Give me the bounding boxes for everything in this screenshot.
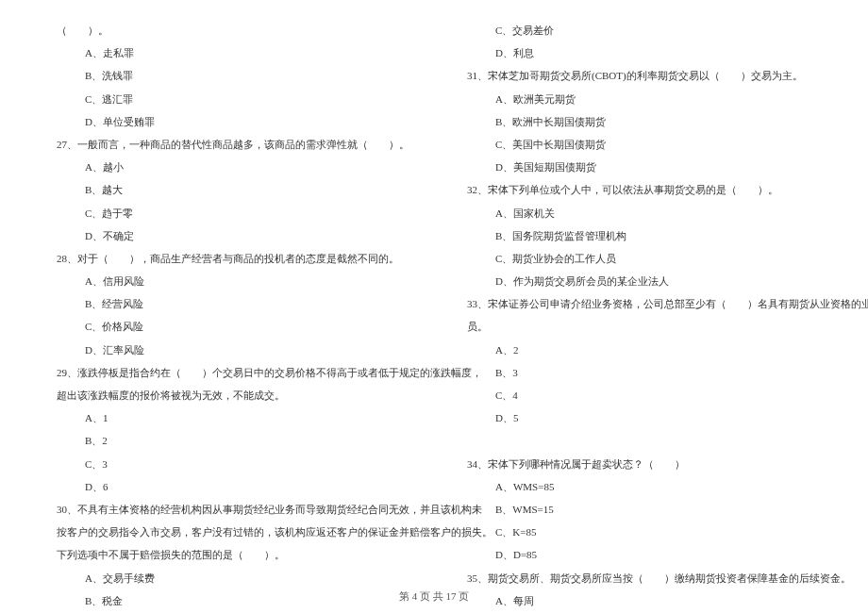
q33-a: A、2	[448, 339, 830, 361]
q28-b: B、经营风险	[38, 292, 420, 315]
q33-text1: 33、宋体证券公司申请介绍业务资格，公司总部至少有（ ）名具有期货从业资格的业务…	[448, 292, 830, 315]
q27-c: C、趋于零	[38, 202, 420, 224]
q26-d: D、单位受贿罪	[38, 110, 420, 133]
q30-text1: 30、不具有主体资格的经营机构因从事期货经纪业务而导致期货经纪合同无效，并且该机…	[38, 498, 420, 521]
q28-text: 28、对于（ ），商品生产经营者与商品的投机者的态度是截然不同的。	[38, 247, 420, 270]
q-fragment: （ ）。	[38, 19, 420, 41]
q30-d: D、利息	[448, 41, 830, 64]
q33-b: B、3	[448, 361, 830, 384]
q34-d: D、D=85	[448, 543, 830, 566]
q28-d: D、汇率风险	[38, 339, 420, 361]
q30-text3: 下列选项中不属于赔偿损失的范围的是（ ）。	[38, 543, 420, 566]
q34-text: 34、宋体下列哪种情况属于超卖状态？（ ）	[448, 453, 830, 475]
q27-d: D、不确定	[38, 224, 420, 247]
q31-text: 31、宋体芝加哥期货交易所(CBOT)的利率期货交易以（ ）交易为主。	[448, 64, 830, 87]
q30-c: C、交易差价	[448, 19, 830, 41]
q29-c: C、3	[38, 453, 420, 475]
q32-b: B、国务院期货监督管理机构	[448, 224, 830, 247]
q33-d: D、5	[448, 406, 830, 429]
q29-text2: 超出该涨跌幅度的报价将被视为无效，不能成交。	[38, 384, 420, 406]
q31-c: C、美国中长期国债期货	[448, 133, 830, 156]
q28-a: A、信用风险	[38, 270, 420, 292]
q31-d: D、美国短期国债期货	[448, 156, 830, 178]
q30-text2: 按客户的交易指令入市交易，客户没有过错的，该机构应返还客户的保证金并赔偿客户的损…	[38, 521, 420, 543]
q29-d: D、6	[38, 475, 420, 498]
q27-text: 27、一般而言，一种商品的替代性商品越多，该商品的需求弹性就（ ）。	[38, 133, 420, 156]
q26-b: B、洗钱罪	[38, 64, 420, 87]
q31-b: B、欧洲中长期国债期货	[448, 110, 830, 133]
q28-c: C、价格风险	[38, 315, 420, 338]
q33-c: C、4	[448, 384, 830, 406]
page-content: （ ）。 A、走私罪 B、洗钱罪 C、逃汇罪 D、单位受贿罪 27、一般而言，一…	[0, 0, 868, 612]
q34-a: A、WMS=85	[448, 475, 830, 498]
q34-b: B、WMS=15	[448, 498, 830, 521]
left-column: （ ）。 A、走私罪 B、洗钱罪 C、逃汇罪 D、单位受贿罪 27、一般而言，一…	[38, 19, 420, 612]
q30-a: A、交易手续费	[38, 567, 420, 589]
q29-text1: 29、涨跌停板是指合约在（ ）个交易日中的交易价格不得高于或者低于规定的涨跌幅度…	[38, 361, 420, 384]
q26-c: C、逃汇罪	[38, 88, 420, 110]
q32-a: A、国家机关	[448, 202, 830, 224]
q29-b: B、2	[38, 429, 420, 452]
q32-text: 32、宋体下列单位或个人中，可以依法从事期货交易的是（ ）。	[448, 178, 830, 201]
q27-a: A、越小	[38, 156, 420, 178]
q29-a: A、1	[38, 406, 420, 429]
q35-text: 35、期货交易所、期货交易所应当按（ ）缴纳期货投资者保障基金的后续资金。	[448, 567, 830, 589]
q26-a: A、走私罪	[38, 41, 420, 64]
right-column: C、交易差价 D、利息 31、宋体芝加哥期货交易所(CBOT)的利率期货交易以（…	[448, 19, 830, 612]
q27-b: B、越大	[38, 178, 420, 201]
q34-c: C、K=85	[448, 521, 830, 543]
q31-a: A、欧洲美元期货	[448, 88, 830, 110]
q33-text2: 员。	[448, 315, 830, 338]
q32-c: C、期货业协会的工作人员	[448, 247, 830, 270]
page-footer: 第 4 页 共 17 页	[0, 589, 868, 604]
spacer	[448, 429, 830, 452]
q32-d: D、作为期货交易所会员的某企业法人	[448, 270, 830, 292]
